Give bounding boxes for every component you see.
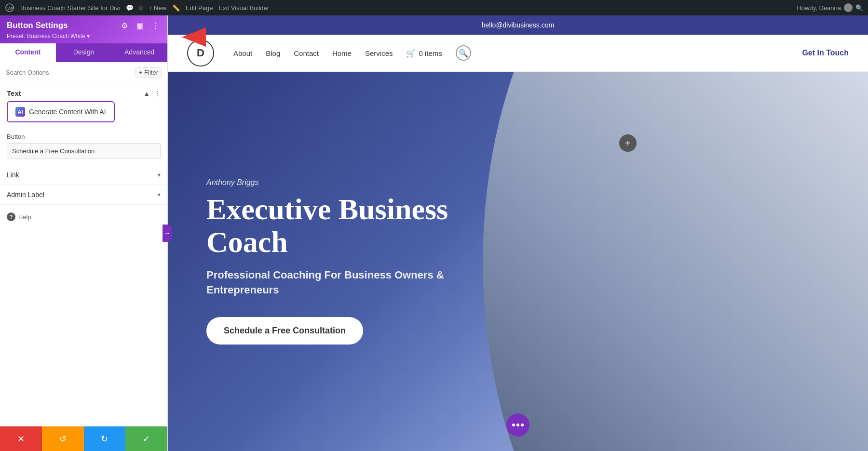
svg-text:WP: WP (8, 6, 14, 11)
panel-header-icons: ⚙ ▦ ⋮ (119, 20, 161, 31)
main-layout: Button Settings ⚙ ▦ ⋮ Preset: Business C… (0, 15, 868, 451)
filter-label: + Filter (139, 69, 158, 76)
left-panel: Button Settings ⚙ ▦ ⋮ Preset: Business C… (0, 15, 168, 451)
site-nav: D About Blog Contact Home Services 🛒 0 i… (168, 35, 868, 72)
preset-row: Preset: Business Coach White ▾ (7, 33, 161, 40)
wp-logo-icon[interactable]: WP (5, 3, 14, 13)
button-text-input[interactable] (7, 143, 161, 159)
preset-value: Business Coach White (27, 33, 85, 40)
resize-handle[interactable]: ↔ (163, 225, 172, 242)
link-chevron-icon: ▾ (158, 172, 161, 178)
hero-content: Anthony Briggs Executive Business Coach … (168, 149, 505, 373)
nav-links: About Blog Contact Home Services 🛒 0 ite… (233, 45, 471, 61)
dot-1 (512, 424, 515, 426)
nav-about[interactable]: About (233, 49, 252, 57)
nav-cart[interactable]: 🛒 0 items (406, 49, 442, 58)
admin-label-section: Admin Label ▾ (0, 185, 167, 204)
help-label: Help (18, 213, 31, 221)
nav-contact[interactable]: Contact (294, 49, 319, 57)
search-row: + Filter (0, 62, 167, 83)
nav-home[interactable]: Home (332, 49, 352, 57)
hero-title-line1: Executive Business (206, 193, 448, 226)
cancel-button[interactable]: ✕ (0, 426, 42, 451)
settings-icon[interactable]: ⚙ (119, 20, 130, 31)
dot-2 (516, 424, 519, 426)
panel-header: Button Settings ⚙ ▦ ⋮ Preset: Business C… (0, 15, 167, 43)
exit-visual-builder-button[interactable]: Exit Visual Builder (218, 4, 269, 12)
hero-title: Executive Business Coach (206, 193, 467, 258)
nav-search-icon: 🔍 (459, 49, 468, 58)
hero-author: Anthony Briggs (206, 178, 467, 187)
site-top-bar: hello@divibusiness.com (168, 15, 868, 35)
more-options-icon[interactable]: ⋮ (150, 20, 161, 31)
nav-services[interactable]: Services (365, 49, 393, 57)
plus-add-button[interactable]: + (619, 134, 637, 152)
preset-chevron-icon: ▾ (87, 33, 90, 40)
hero-section: Anthony Briggs Executive Business Coach … (168, 72, 868, 451)
hero-title-line2: Coach (206, 226, 288, 258)
comment-icon[interactable]: 💬 (126, 4, 134, 12)
user-avatar[interactable] (844, 3, 853, 12)
hero-background-image (483, 72, 868, 451)
red-arrow-indicator (182, 27, 206, 47)
link-section-title: Link (7, 171, 19, 179)
button-field-label: Button (7, 133, 161, 140)
nav-blog[interactable]: Blog (266, 49, 280, 57)
panel-tabs: Content Design Advanced (0, 43, 167, 62)
right-content: hello@divibusiness.com D About Blog Cont… (168, 15, 868, 451)
get-in-touch-button[interactable]: Get In Touch (802, 49, 849, 57)
panel-header-top: Button Settings ⚙ ▦ ⋮ (7, 20, 161, 31)
panel-title: Button Settings (7, 21, 68, 30)
preset-label: Preset: (7, 33, 25, 40)
undo-button[interactable]: ↺ (42, 426, 84, 451)
text-section-header: Text ▲ ⋮ (0, 83, 167, 101)
red-arrow (182, 27, 206, 47)
tab-design[interactable]: Design (56, 43, 112, 62)
button-field-section: Button (0, 129, 167, 165)
text-section-controls: ▲ ⋮ (143, 90, 161, 97)
hero-cta-button[interactable]: Schedule a Free Consultation (206, 317, 363, 345)
generate-ai-button[interactable]: AI Generate Content With AI (7, 101, 115, 122)
admin-label-section-title: Admin Label (7, 191, 44, 199)
search-input[interactable] (6, 69, 132, 76)
help-section: ? Help (0, 204, 167, 229)
wp-site-name[interactable]: Business Coach Starter Site for Divi (20, 4, 120, 12)
hero-subtitle: Professional Coaching For Business Owner… (206, 268, 467, 298)
panel-body: + Filter Text ▲ ⋮ AI Generate Content Wi… (0, 62, 167, 426)
ai-icon: AI (15, 107, 25, 117)
comment-count: 0 (139, 4, 143, 12)
cart-count: 0 items (419, 49, 442, 57)
tab-content[interactable]: Content (0, 43, 56, 62)
dot-3 (521, 424, 524, 426)
site-email-link[interactable]: hello@divibusiness.com (482, 21, 554, 29)
floating-menu-button[interactable] (506, 413, 529, 437)
text-section-title: Text (7, 89, 21, 97)
link-section-header[interactable]: Link ▾ (7, 165, 161, 185)
text-section-more-icon[interactable]: ⋮ (154, 90, 161, 97)
howdy-section: Howdy, Deanna 🔍 (797, 3, 863, 12)
howdy-text: Howdy, Deanna (797, 4, 841, 12)
edit-icon: ✏️ (172, 4, 180, 12)
admin-label-section-header[interactable]: Admin Label ▾ (7, 185, 161, 204)
redo-button[interactable]: ↻ (84, 426, 126, 451)
admin-label-chevron-icon: ▾ (158, 191, 161, 198)
link-section: Link ▾ (0, 165, 167, 185)
save-button[interactable]: ✓ (125, 426, 167, 451)
new-button[interactable]: + New (149, 4, 166, 12)
generate-ai-label: Generate Content With AI (29, 108, 106, 116)
preset-dropdown[interactable]: Business Coach White ▾ (27, 33, 90, 40)
help-icon[interactable]: ? (7, 212, 15, 221)
wp-admin-bar: WP Business Coach Starter Site for Divi … (0, 0, 868, 15)
nav-search-button[interactable]: 🔍 (456, 45, 471, 61)
grid-icon[interactable]: ▦ (135, 20, 145, 31)
panel-footer: ✕ ↺ ↻ ✓ (0, 426, 167, 451)
edit-page-button[interactable]: Edit Page (186, 4, 213, 12)
tab-advanced[interactable]: Advanced (111, 43, 167, 62)
filter-button[interactable]: + Filter (136, 67, 162, 78)
text-section-chevron-icon[interactable]: ▲ (143, 90, 150, 97)
admin-search-icon[interactable]: 🔍 (855, 4, 863, 12)
cart-icon: 🛒 (406, 49, 416, 58)
